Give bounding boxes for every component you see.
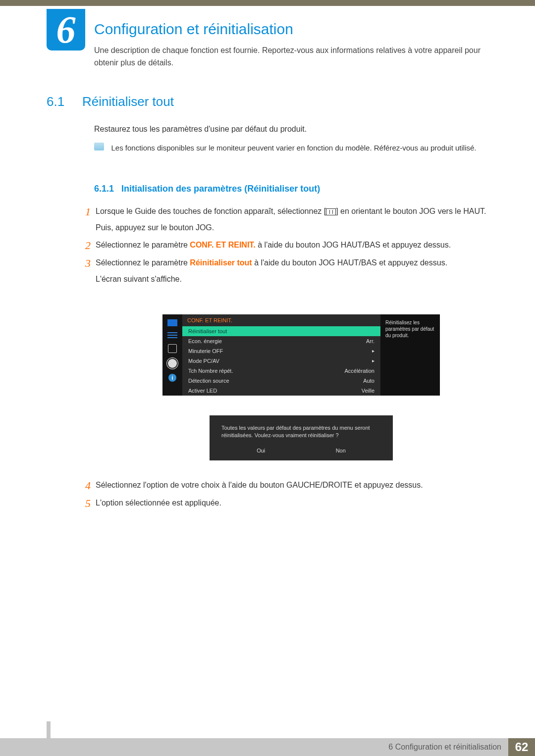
section-number: 6.1	[47, 94, 82, 109]
list-icon	[167, 332, 177, 338]
step-text: Lorsque le Guide des touches de fonction…	[96, 205, 486, 234]
section-title: Réinitialiser tout	[82, 94, 174, 109]
step-number: 2	[82, 239, 96, 252]
note-text: Les fonctions disponibles sur le moniteu…	[111, 143, 487, 154]
osd-row-selected: Réinitialiser tout	[182, 326, 380, 336]
step-number: 5	[82, 497, 96, 510]
subsection-heading: 6.1.1 Initialisation des paramètres (Réi…	[94, 184, 320, 194]
osd-main: CONF. ET REINIT. Réinitialiser tout Econ…	[182, 314, 380, 396]
footer-chapter-label: 6 Configuration et réinitialisation	[388, 743, 508, 752]
page-footer: 6 Configuration et réinitialisation 62	[0, 738, 535, 756]
step-3: 3 Sélectionnez le paramètre Réinitialise…	[82, 257, 490, 286]
osd-row: Activer LEDVeille	[182, 386, 380, 396]
step-number: 3	[82, 257, 96, 286]
osd-row: Tch Nombre répét.Accélération	[182, 366, 380, 376]
osd-header: CONF. ET REINIT.	[182, 314, 380, 326]
chapter-description: Une description de chaque fonction est f…	[94, 45, 490, 69]
step-text: L'option sélectionnée est appliquée.	[96, 497, 221, 510]
osd-row: Minuterie OFF▸	[182, 346, 380, 356]
step-1: 1 Lorsque le Guide des touches de foncti…	[82, 205, 490, 234]
step-text: Sélectionnez le paramètre Réinitialiser …	[96, 257, 447, 286]
osd-row: Détection sourceAuto	[182, 376, 380, 386]
osd-confirm-dialog: Toutes les valeurs par défaut des paramè…	[210, 415, 393, 460]
chapter-title: Configuration et réinitialisation	[94, 21, 293, 38]
osd-row: Econ. énergieArr.	[182, 336, 380, 346]
monitor-icon	[167, 319, 177, 326]
header-bar	[0, 0, 535, 6]
footer-left-accent	[47, 721, 51, 738]
section-description: Restaurez tous les paramètres d'usine pa…	[94, 125, 307, 134]
subsection-title: Initialisation des paramètres (Réinitial…	[121, 184, 320, 194]
info-icon: i	[168, 374, 176, 382]
step-text: Sélectionnez le paramètre CONF. ET REINI…	[96, 239, 451, 252]
chapter-number-badge: 6	[47, 9, 85, 50]
step-4: 4 Sélectionnez l'option de votre choix à…	[82, 479, 490, 492]
footer-page-number: 62	[508, 738, 535, 756]
osd-row: Mode PC/AV▸	[182, 356, 380, 366]
subsection-number: 6.1.1	[94, 184, 114, 194]
steps-list-continued: 4 Sélectionnez l'option de votre choix à…	[82, 479, 490, 515]
step-5: 5 L'option sélectionnée est appliquée.	[82, 497, 490, 510]
osd-sidebar: i	[162, 314, 182, 396]
note-block: Les fonctions disponibles sur le moniteu…	[94, 143, 490, 154]
steps-list: 1 Lorsque le Guide des touches de foncti…	[82, 205, 490, 291]
dialog-yes-button[interactable]: Oui	[257, 448, 265, 454]
step-text: Sélectionnez l'option de votre choix à l…	[96, 479, 423, 492]
step-2: 2 Sélectionnez le paramètre CONF. ET REI…	[82, 239, 490, 252]
step-number: 1	[82, 205, 96, 234]
osd-menu: i CONF. ET REINIT. Réinitialiser tout Ec…	[162, 314, 440, 396]
gear-icon	[168, 359, 177, 368]
resize-icon	[168, 344, 177, 353]
osd-tooltip: Réinitialisez les paramètres par défaut …	[380, 314, 440, 396]
section-heading: 6.1Réinitialiser tout	[47, 94, 174, 109]
osd-screenshot: i CONF. ET REINIT. Réinitialiser tout Ec…	[162, 314, 440, 460]
dialog-no-button[interactable]: Non	[336, 448, 346, 454]
menu-icon	[326, 208, 336, 215]
dialog-message: Toutes les valeurs par défaut des paramè…	[221, 424, 381, 440]
note-icon	[94, 143, 104, 151]
step-number: 4	[82, 479, 96, 492]
